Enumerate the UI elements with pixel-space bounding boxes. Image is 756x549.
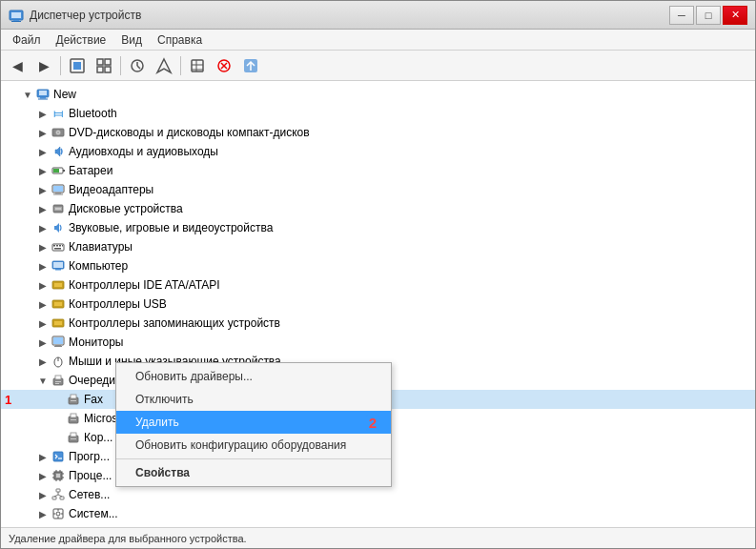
- expand-root[interactable]: ▼: [20, 87, 35, 102]
- menu-action[interactable]: Действие: [49, 31, 114, 49]
- badge-2: 2: [366, 415, 379, 431]
- expand-keyboard[interactable]: ▶: [35, 239, 51, 254]
- dvd-icon: [51, 125, 66, 140]
- ctx-update-drivers[interactable]: Обновить драйверы...: [116, 365, 391, 388]
- svg-rect-53: [54, 321, 62, 325]
- system-icon: [51, 506, 66, 521]
- ctx-properties[interactable]: Свойства: [116, 461, 391, 484]
- menu-bar: Файл Действие Вид Справка: [1, 30, 755, 51]
- svg-line-12: [137, 66, 140, 69]
- tree-root[interactable]: ▼ New: [1, 85, 755, 104]
- tree-item-sound[interactable]: ▶ Звуковые, игровые и видеоустройства: [1, 218, 755, 237]
- tree-item-ustroy[interactable]: ▶ Устрой...: [1, 523, 755, 527]
- expand-bluetooth[interactable]: ▶: [35, 106, 51, 121]
- svg-rect-6: [97, 59, 103, 65]
- tree-item-video[interactable]: ▶ Видеоадаптеры: [1, 180, 755, 199]
- svg-rect-56: [55, 345, 61, 346]
- microsoft-noexpand: [51, 411, 66, 426]
- expand-progr[interactable]: ▶: [35, 449, 51, 464]
- bluetooth-label: Bluetooth: [69, 107, 117, 120]
- expand-sound[interactable]: ▶: [35, 220, 51, 235]
- tree-item-bluetooth[interactable]: ▶ ⧦ Bluetooth: [1, 104, 755, 123]
- expand-dvd[interactable]: ▶: [35, 125, 51, 140]
- expand-mouse[interactable]: ▶: [35, 354, 51, 369]
- expand-usb[interactable]: ▶: [35, 296, 51, 312]
- keyboard-label: Клавиатуры: [69, 240, 133, 254]
- bluetooth-icon: ⧦: [51, 106, 66, 121]
- svg-rect-66: [71, 400, 76, 401]
- toolbar-btn1[interactable]: [65, 54, 90, 77]
- print-queue-icon: [51, 373, 66, 388]
- tree-item-system[interactable]: ▶ Систем...: [1, 504, 755, 523]
- expand-network[interactable]: ▶: [35, 487, 51, 502]
- menu-view[interactable]: Вид: [113, 31, 150, 49]
- svg-rect-33: [53, 186, 63, 192]
- ctx-disable[interactable]: Отключить: [116, 388, 391, 411]
- expand-video[interactable]: ▶: [35, 182, 51, 197]
- tree-item-battery[interactable]: ▶ Батареи: [1, 161, 755, 180]
- expand-proce[interactable]: ▶: [35, 468, 51, 483]
- menu-file[interactable]: Файл: [5, 31, 49, 49]
- expand-battery[interactable]: ▶: [35, 163, 51, 178]
- toolbar-btn5[interactable]: [185, 54, 210, 77]
- proce-icon: [51, 468, 66, 483]
- menu-help[interactable]: Справка: [150, 31, 210, 49]
- app-icon: [9, 8, 24, 23]
- expand-print-queue[interactable]: ▼: [35, 373, 51, 388]
- back-button[interactable]: ◀: [5, 54, 30, 77]
- toolbar-btn3[interactable]: [125, 54, 150, 77]
- progr-label: Прогр...: [69, 450, 110, 463]
- expand-system[interactable]: ▶: [35, 506, 51, 521]
- svg-rect-62: [55, 381, 61, 382]
- microsoft-icon: [66, 411, 81, 426]
- computer2-icon: [51, 258, 66, 274]
- tree-item-monitor[interactable]: ▶ Мониторы: [1, 333, 755, 352]
- expand-computer[interactable]: ▶: [35, 258, 51, 274]
- forward-button[interactable]: ▶: [31, 54, 56, 77]
- toolbar-btn2[interactable]: [92, 54, 116, 77]
- svg-rect-68: [71, 414, 76, 417]
- toolbar-sep-1: [60, 56, 61, 75]
- root-label: New: [53, 88, 76, 101]
- expand-storage[interactable]: ▶: [35, 315, 51, 331]
- disk-icon: [51, 201, 66, 216]
- svg-rect-57: [54, 346, 62, 347]
- disk-label: Дисковые устройства: [69, 202, 183, 215]
- ustroy-icon: [51, 525, 66, 527]
- maximize-button[interactable]: □: [696, 6, 721, 25]
- svg-rect-73: [53, 452, 63, 461]
- ctx-delete[interactable]: Удалить 2: [116, 411, 391, 434]
- usb-label: Контроллеры USB: [69, 297, 167, 311]
- video-label: Видеоадаптеры: [69, 183, 153, 196]
- proce-label: Проце...: [69, 469, 112, 482]
- svg-rect-1: [11, 12, 21, 18]
- svg-rect-7: [105, 59, 111, 65]
- tree-item-computer[interactable]: ▶ Компьютер: [1, 256, 755, 275]
- kor-noexpand: [51, 430, 66, 445]
- toolbar-btn6[interactable]: [212, 54, 236, 77]
- minimize-button[interactable]: ─: [669, 6, 694, 25]
- close-button[interactable]: ✕: [723, 6, 747, 25]
- svg-rect-43: [62, 245, 63, 247]
- svg-point-92: [56, 512, 60, 516]
- svg-rect-85: [56, 489, 60, 492]
- expand-disk[interactable]: ▶: [35, 201, 51, 216]
- expand-ide[interactable]: ▶: [35, 277, 51, 293]
- tree-item-usb[interactable]: ▶ Контроллеры USB: [1, 295, 755, 314]
- expand-monitor[interactable]: ▶: [35, 335, 51, 350]
- ctx-update-config[interactable]: Обновить конфигурацию оборудования: [116, 434, 391, 457]
- tree-item-storage[interactable]: ▶ Контроллеры запоминающих устройств: [1, 314, 755, 333]
- expand-audio[interactable]: ▶: [35, 144, 51, 159]
- system-label: Систем...: [69, 507, 118, 520]
- tree-item-audio[interactable]: ▶ Аудиовходы и аудиовыходы: [1, 142, 755, 161]
- toolbar-sep-2: [120, 56, 121, 75]
- tree-item-ide[interactable]: ▶ Контроллеры IDE ATA/ATAPI: [1, 275, 755, 295]
- tree-item-disk[interactable]: ▶ Дисковые устройства: [1, 199, 755, 218]
- tree-item-dvd[interactable]: ▶ DVD-дисководы и дисководы компакт-диск…: [1, 123, 755, 142]
- ctx-delete-label: Удалить: [135, 416, 179, 429]
- tree-item-network[interactable]: ▶ Сетев...: [1, 485, 755, 504]
- tree-item-keyboard[interactable]: ▶ Клавиатуры: [1, 237, 755, 256]
- toolbar-btn7[interactable]: [238, 54, 263, 77]
- expand-ustroy[interactable]: ▶: [35, 525, 51, 527]
- toolbar-btn4[interactable]: [152, 54, 176, 77]
